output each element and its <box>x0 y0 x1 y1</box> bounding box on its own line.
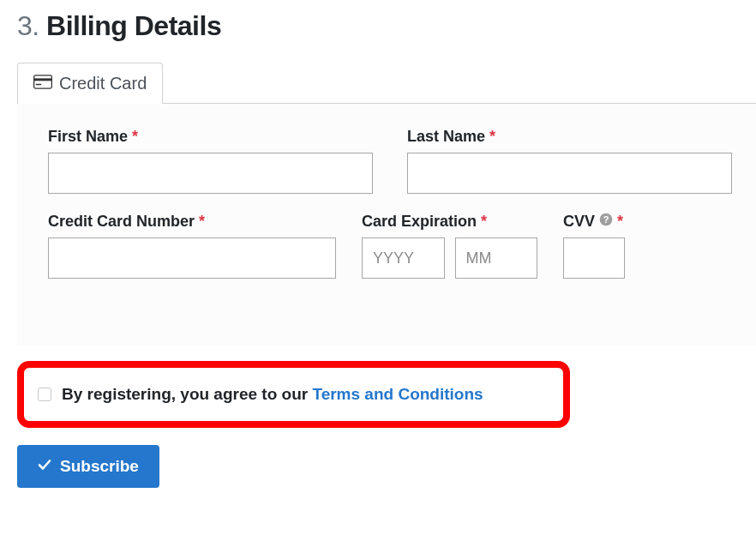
required-marker: * <box>199 213 205 230</box>
required-marker: * <box>481 213 487 230</box>
first-name-label: First Name * <box>48 128 373 146</box>
billing-panel: First Name * Last Name * Credit Card Num… <box>17 103 756 346</box>
terms-link[interactable]: Terms and Conditions <box>312 385 483 403</box>
svg-rect-1 <box>33 78 52 81</box>
card-expiration-label: Card Expiration * <box>362 213 537 231</box>
card-exp-month-field[interactable] <box>455 237 538 279</box>
svg-rect-2 <box>36 84 41 85</box>
terms-highlight-box: By registering, you agree to our Terms a… <box>17 361 570 428</box>
subscribe-label: Subscribe <box>60 457 139 476</box>
check-icon <box>38 457 51 476</box>
tab-label: Credit Card <box>59 74 147 93</box>
credit-card-icon <box>33 75 52 93</box>
cc-number-field[interactable] <box>48 237 336 279</box>
svg-text:?: ? <box>603 214 609 225</box>
cc-number-label: Credit Card Number * <box>48 213 336 231</box>
tab-credit-card[interactable]: Credit Card <box>17 63 163 104</box>
last-name-field[interactable] <box>407 153 732 194</box>
first-name-field[interactable] <box>48 153 373 194</box>
section-title-text: Billing Details <box>46 10 221 41</box>
required-marker: * <box>489 128 495 145</box>
card-exp-year-field[interactable] <box>362 237 445 279</box>
cvv-field[interactable] <box>563 237 625 279</box>
required-marker: * <box>617 213 623 230</box>
section-title: 3. Billing Details <box>17 10 756 42</box>
last-name-label: Last Name * <box>407 128 732 146</box>
terms-text: By registering, you agree to our Terms a… <box>62 385 483 404</box>
svg-rect-0 <box>34 75 52 88</box>
question-circle-icon[interactable]: ? <box>599 213 613 226</box>
cvv-label: CVV ? * <box>563 213 666 231</box>
step-number: 3. <box>17 10 39 41</box>
required-marker: * <box>132 128 138 145</box>
terms-checkbox[interactable] <box>38 388 51 401</box>
subscribe-button[interactable]: Subscribe <box>17 445 159 488</box>
